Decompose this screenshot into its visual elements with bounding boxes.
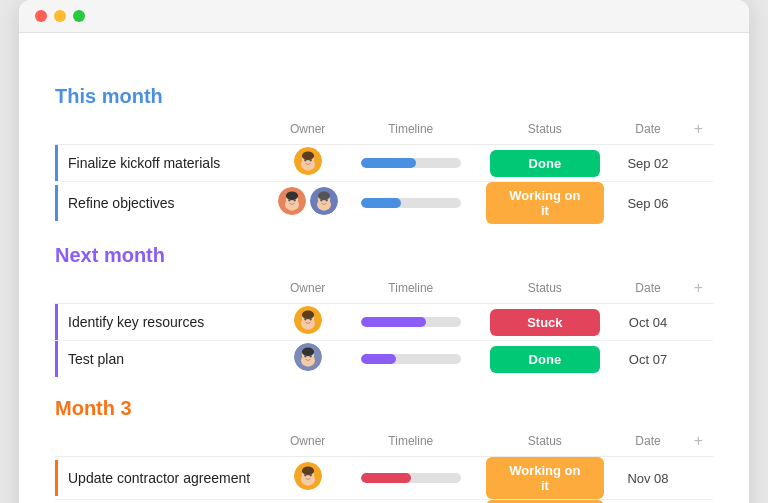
timeline-cell	[344, 500, 478, 504]
col-header-timeline: Timeline	[344, 428, 478, 457]
svg-point-21	[302, 310, 314, 319]
task-name: Test plan	[68, 351, 124, 367]
svg-point-27	[302, 347, 314, 356]
date-cell: Nov 12	[612, 500, 684, 504]
status-cell: Stuck	[478, 304, 612, 341]
timeline-fill	[361, 158, 416, 168]
section-title-month-3: Month 3	[55, 397, 713, 420]
status-cell: Done	[478, 145, 612, 182]
section-title-next-month: Next month	[55, 244, 713, 267]
titlebar	[19, 0, 749, 33]
col-header-add[interactable]: +	[684, 116, 713, 145]
col-header-timeline: Timeline	[344, 116, 478, 145]
svg-point-4	[304, 159, 306, 162]
svg-point-23	[309, 318, 311, 321]
table-row: Test plan DoneOct 07	[55, 341, 713, 378]
maximize-dot[interactable]	[73, 10, 85, 22]
date-cell: Oct 04	[612, 304, 684, 341]
svg-point-28	[304, 355, 306, 358]
section-month-3: Month 3OwnerTimelineStatusDate+Update co…	[55, 397, 713, 503]
svg-point-22	[304, 318, 306, 321]
status-badge: Stuck	[490, 309, 600, 336]
date-cell: Nov 08	[612, 457, 684, 500]
timeline-bar	[361, 317, 461, 327]
col-header-status: Status	[478, 275, 612, 304]
owner-cell	[272, 182, 344, 225]
col-header-add[interactable]: +	[684, 275, 713, 304]
section-this-month: This monthOwnerTimelineStatusDate+Finali…	[55, 85, 713, 224]
table-next-month: OwnerTimelineStatusDate+Identify key res…	[55, 275, 713, 377]
section-title-this-month: This month	[55, 85, 713, 108]
table-row: Refine objectives Working on itSep 06	[55, 182, 713, 225]
table-month-3: OwnerTimelineStatusDate+Update contracto…	[55, 428, 713, 503]
timeline-cell	[344, 341, 478, 378]
add-row-button[interactable]	[684, 341, 713, 378]
status-badge: Working on it	[486, 182, 604, 224]
svg-point-17	[325, 199, 327, 202]
status-cell: Working on it	[478, 457, 612, 500]
timeline-fill	[361, 317, 426, 327]
col-header-owner: Owner	[272, 275, 344, 304]
col-header-date: Date	[612, 275, 684, 304]
status-badge: Done	[490, 346, 600, 373]
main-content: This monthOwnerTimelineStatusDate+Finali…	[19, 33, 749, 503]
avatar	[276, 185, 308, 217]
col-header-status: Status	[478, 116, 612, 145]
add-row-button[interactable]	[684, 457, 713, 500]
date-cell: Sep 06	[612, 182, 684, 225]
svg-point-10	[288, 199, 290, 202]
timeline-cell	[344, 182, 478, 225]
add-row-button[interactable]	[684, 304, 713, 341]
status-cell: Done	[478, 341, 612, 378]
date-cell: Oct 07	[612, 341, 684, 378]
col-header-timeline: Timeline	[344, 275, 478, 304]
avatar	[292, 304, 324, 336]
svg-point-9	[286, 191, 298, 200]
table-row: Identify key resources StuckOct 04	[55, 304, 713, 341]
avatar	[292, 460, 324, 492]
add-row-button[interactable]	[684, 145, 713, 182]
task-name: Refine objectives	[68, 195, 175, 211]
status-cell: Working on it	[478, 182, 612, 225]
col-header-date: Date	[612, 116, 684, 145]
svg-point-16	[320, 199, 322, 202]
col-header-task	[55, 275, 272, 304]
add-row-button[interactable]	[684, 500, 713, 504]
timeline-cell	[344, 457, 478, 500]
add-row-button[interactable]	[684, 182, 713, 225]
svg-point-34	[304, 474, 306, 477]
col-header-owner: Owner	[272, 116, 344, 145]
timeline-cell	[344, 145, 478, 182]
owner-cell	[272, 145, 344, 182]
status-cell: Working on it	[478, 500, 612, 504]
col-header-date: Date	[612, 428, 684, 457]
timeline-fill	[361, 473, 411, 483]
table-row: Conduct a risk assessment Working on itN…	[55, 500, 713, 504]
section-next-month: Next monthOwnerTimelineStatusDate+Identi…	[55, 244, 713, 377]
table-row: Update contractor agreement Working on i…	[55, 457, 713, 500]
avatar	[308, 185, 340, 217]
timeline-cell	[344, 304, 478, 341]
svg-point-5	[309, 159, 311, 162]
close-dot[interactable]	[35, 10, 47, 22]
status-badge: Done	[490, 150, 600, 177]
table-row: Finalize kickoff materials DoneSep 02	[55, 145, 713, 182]
col-header-status: Status	[478, 428, 612, 457]
col-header-add[interactable]: +	[684, 428, 713, 457]
svg-point-33	[302, 466, 314, 475]
avatar	[292, 145, 324, 177]
timeline-bar	[361, 473, 461, 483]
table-this-month: OwnerTimelineStatusDate+Finalize kickoff…	[55, 116, 713, 224]
owner-cell	[272, 304, 344, 341]
timeline-bar	[361, 158, 461, 168]
date-cell: Sep 02	[612, 145, 684, 182]
status-badge: Working on it	[486, 457, 604, 499]
task-name: Update contractor agreement	[68, 470, 250, 486]
task-name: Identify key resources	[68, 314, 204, 330]
task-name: Finalize kickoff materials	[68, 155, 220, 171]
col-header-owner: Owner	[272, 428, 344, 457]
col-header-task	[55, 428, 272, 457]
svg-point-3	[302, 151, 314, 160]
col-header-task	[55, 116, 272, 145]
minimize-dot[interactable]	[54, 10, 66, 22]
